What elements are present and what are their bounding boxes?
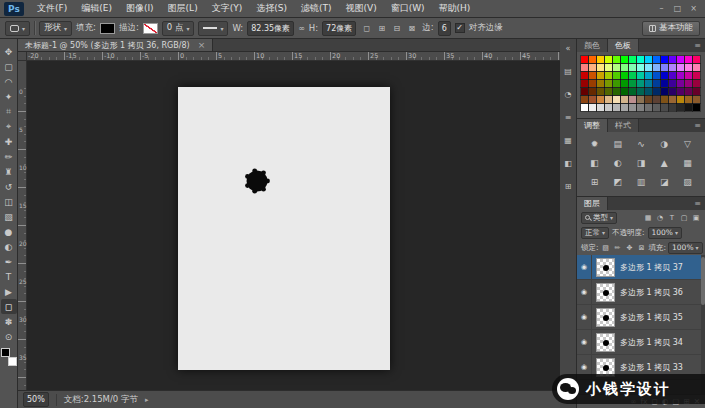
color-swatch[interactable] (653, 64, 660, 71)
properties-panel-icon[interactable]: ◔ (561, 88, 575, 101)
color-balance-icon[interactable]: ◐ (606, 155, 629, 170)
color-swatch[interactable] (685, 80, 692, 87)
layer-thumbnail[interactable] (596, 333, 615, 352)
black-white-icon[interactable]: ◨ (629, 155, 652, 170)
menu-file[interactable]: 文件(F) (30, 0, 74, 17)
gradient-tool[interactable]: ▧ (1, 209, 17, 224)
color-swatch[interactable] (653, 96, 660, 103)
color-swatch[interactable] (589, 72, 596, 79)
tab-styles[interactable]: 样式 (608, 119, 639, 132)
color-swatch[interactable] (581, 96, 588, 103)
layer-thumbnail[interactable] (596, 258, 615, 277)
close-icon[interactable]: × (198, 40, 206, 50)
color-swatch[interactable] (693, 72, 700, 79)
zoom-level-input[interactable]: 50% (23, 392, 49, 407)
vertical-ruler[interactable]: 05101520253035 (18, 61, 27, 390)
panel-menu-icon[interactable]: ≡ (690, 197, 705, 210)
levels-icon[interactable]: ▤ (606, 136, 629, 151)
color-swatch[interactable] (621, 88, 628, 95)
color-swatch[interactable] (677, 56, 684, 63)
zoom-tool[interactable]: ⊙ (1, 329, 17, 344)
color-swatch[interactable] (677, 72, 684, 79)
vibrance-icon[interactable]: ▽ (676, 136, 699, 151)
eyedropper-tool[interactable]: ⌖ (1, 119, 17, 134)
color-swatch[interactable] (629, 56, 636, 63)
layer-visibility-icon[interactable]: ◉ (577, 330, 592, 355)
color-swatch[interactable] (621, 80, 628, 87)
color-swatch[interactable] (685, 72, 692, 79)
character-panel-icon[interactable]: ▦ (561, 134, 575, 147)
lock-position-icon[interactable]: ✥ (625, 242, 635, 253)
history-brush-tool[interactable]: ↺ (1, 179, 17, 194)
color-swatch[interactable] (581, 72, 588, 79)
color-swatch[interactable] (629, 64, 636, 71)
background-color-well[interactable] (8, 357, 17, 366)
restore-button[interactable]: □ (670, 2, 685, 15)
color-swatch[interactable] (677, 96, 684, 103)
hue-saturation-icon[interactable]: ◧ (583, 155, 606, 170)
color-swatch[interactable] (669, 88, 676, 95)
color-lookup-icon[interactable]: ⊞ (583, 174, 606, 189)
tab-color[interactable]: 颜色 (577, 39, 608, 52)
color-swatch[interactable] (653, 72, 660, 79)
menu-select[interactable]: 选择(S) (249, 0, 294, 17)
panel-menu-icon[interactable]: ≡ (690, 39, 705, 52)
fill-color-swatch[interactable] (100, 23, 115, 34)
color-swatch[interactable] (693, 80, 700, 87)
tab-layers[interactable]: 图层 (577, 197, 608, 210)
color-swatch[interactable] (613, 72, 620, 79)
lasso-tool[interactable]: ◠ (1, 74, 17, 89)
color-swatch[interactable] (605, 64, 612, 71)
photo-filter-icon[interactable]: ▲ (653, 155, 676, 170)
close-button[interactable]: × (686, 2, 701, 15)
filter-smart-objects-icon[interactable]: ▣ (691, 212, 701, 223)
menu-edit[interactable]: 编辑(E) (74, 0, 119, 17)
fill-opacity-dropdown[interactable]: 100% ▾ (668, 242, 702, 254)
workspace-switcher[interactable]: 基本功能 (642, 21, 700, 36)
brush-tool[interactable]: ✏ (1, 149, 17, 164)
align-edges-checkbox[interactable]: ✓ (455, 23, 465, 33)
lock-pixels-icon[interactable]: ✏ (613, 242, 623, 253)
color-swatch[interactable] (645, 80, 652, 87)
color-swatch[interactable] (645, 64, 652, 71)
color-swatch[interactable] (605, 104, 612, 111)
curves-icon[interactable]: ∿ (629, 136, 652, 151)
document-tab[interactable]: 未标题-1 @ 50% (多边形 1 拷贝 36, RGB/8) × (18, 39, 213, 51)
color-swatch[interactable] (629, 104, 636, 111)
color-swatch[interactable] (597, 56, 604, 63)
eraser-tool[interactable]: ◫ (1, 194, 17, 209)
color-swatch[interactable] (661, 104, 668, 111)
color-swatch[interactable] (661, 64, 668, 71)
color-swatch[interactable] (653, 80, 660, 87)
color-swatch[interactable] (685, 104, 692, 111)
color-swatch[interactable] (597, 72, 604, 79)
menu-filter[interactable]: 滤镜(T) (294, 0, 339, 17)
polygon-shape[interactable] (242, 166, 272, 196)
filter-adjustment-layers-icon[interactable]: ◔ (655, 212, 665, 223)
color-swatch[interactable] (661, 80, 668, 87)
menu-help[interactable]: 帮助(H) (432, 0, 478, 17)
lock-all-icon[interactable]: ⊠ (637, 242, 647, 253)
collapse-panels-icon[interactable]: « (561, 42, 575, 55)
layer-visibility-icon[interactable]: ◉ (577, 255, 592, 280)
blur-tool[interactable]: ● (1, 224, 17, 239)
shape-tool[interactable]: ◻ (1, 299, 17, 314)
pen-tool[interactable]: ✒ (1, 254, 17, 269)
color-swatch[interactable] (653, 88, 660, 95)
menu-type[interactable]: 文字(Y) (205, 0, 250, 17)
new-shape-layer-icon[interactable]: ◻ (360, 22, 373, 35)
history-panel-icon[interactable]: ▤ (561, 65, 575, 78)
paragraph-panel-icon[interactable]: ◧ (561, 157, 575, 170)
color-swatch[interactable] (677, 80, 684, 87)
color-swatch[interactable] (581, 56, 588, 63)
color-swatch[interactable] (669, 64, 676, 71)
color-swatch[interactable] (661, 56, 668, 63)
menu-window[interactable]: 窗口(W) (384, 0, 432, 17)
exclude-shape-icon[interactable]: ⊠ (405, 22, 418, 35)
color-swatch[interactable] (621, 96, 628, 103)
color-swatch[interactable] (629, 88, 636, 95)
color-swatch[interactable] (605, 72, 612, 79)
tab-adjustments[interactable]: 调整 (577, 119, 608, 132)
opacity-dropdown[interactable]: 100% ▾ (648, 227, 682, 239)
color-swatch[interactable] (621, 56, 628, 63)
